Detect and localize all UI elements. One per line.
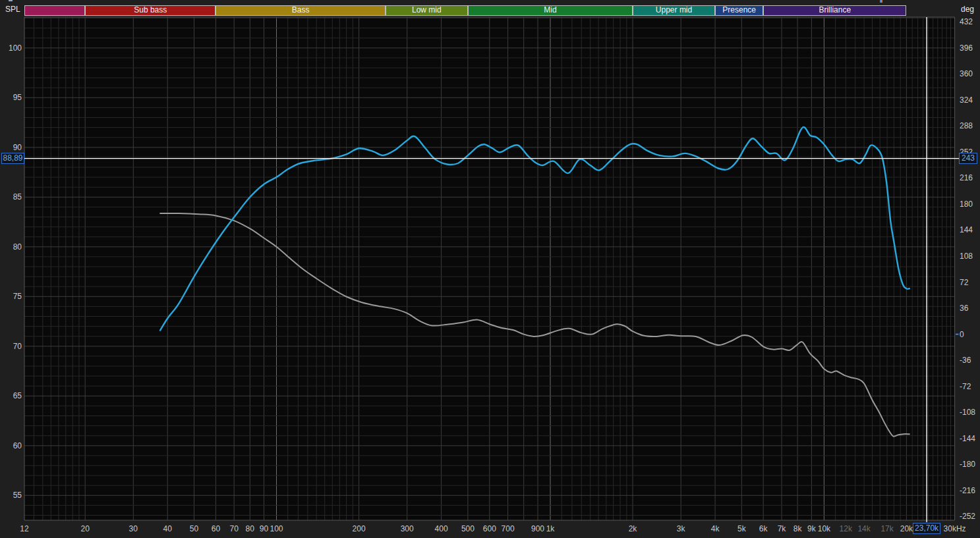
freq-tick-label: 4k xyxy=(711,524,720,534)
spl-tick-label: 95 xyxy=(0,92,22,103)
freq-tick-label: 20 xyxy=(81,524,90,534)
deg-tick-label: -144 xyxy=(960,433,975,444)
analyzer-window: SPL deg Sub bassBassLow midMidUpper midP… xyxy=(0,0,980,538)
freq-tick-label: 200 xyxy=(353,524,366,534)
spl-tick-label: 70 xyxy=(0,341,22,352)
spl-tick-label: 80 xyxy=(0,242,22,252)
freq-tick-label: 40 xyxy=(163,524,172,534)
deg-tick-label: 396 xyxy=(960,43,973,53)
freq-tick-label: 300 xyxy=(401,524,414,534)
deg-tick-label: -108 xyxy=(960,407,975,417)
freq-tick-label: 7k xyxy=(778,524,786,534)
freq-tick-label: 500 xyxy=(461,524,475,534)
freq-tick-label: 30 xyxy=(129,524,138,534)
deg-tick-label: 216 xyxy=(960,173,973,183)
freq-tick-label: 5k xyxy=(737,524,746,534)
deg-tick-label: 288 xyxy=(960,121,973,131)
screen-edge-artifact xyxy=(9,0,13,1)
deg-tick-label: 432 xyxy=(960,16,973,27)
freq-tick-label: 80 xyxy=(246,524,254,534)
freq-tick-label: 3k xyxy=(677,524,685,534)
deg-tick-label: 72 xyxy=(960,277,968,288)
deg-tick-label: 36 xyxy=(960,303,968,313)
deg-tick-label: -72 xyxy=(960,381,971,392)
deg-tick-label: -216 xyxy=(960,485,975,496)
freq-tick-label: 1k xyxy=(546,524,555,534)
freq-tick-label: 20k xyxy=(900,524,913,534)
freq-tick-label: 70 xyxy=(230,524,239,534)
plot-area[interactable] xyxy=(0,0,980,538)
spl-tick-label: 65 xyxy=(0,390,22,401)
cursor-deg-readout[interactable]: 243 xyxy=(959,153,977,164)
deg-tick-label: -180 xyxy=(960,459,975,470)
spl-tick-label: 85 xyxy=(0,192,22,202)
deg-tick-label: 0 xyxy=(960,329,964,340)
spl-tick-label: 75 xyxy=(0,291,22,302)
freq-tick-label: 9k xyxy=(807,524,816,534)
freq-tick-label: 600 xyxy=(483,524,496,534)
freq-tick-label: 700 xyxy=(502,524,515,534)
freq-tick-label: 17k xyxy=(880,524,893,534)
freq-tick-label: 14k xyxy=(857,524,870,534)
deg-tick-label: 324 xyxy=(960,95,973,105)
freq-tick-label: 50 xyxy=(190,524,198,534)
deg-tick-label: 144 xyxy=(960,225,973,235)
deg-tick-label: 180 xyxy=(960,199,973,209)
deg-tick-label: 360 xyxy=(960,68,973,79)
deg-tick-label: -36 xyxy=(960,355,971,365)
freq-tick-label: 400 xyxy=(435,524,448,534)
freq-tick-label: 100 xyxy=(270,524,283,534)
freq-tick-label: 6k xyxy=(759,524,768,534)
spl-tick-label: 90 xyxy=(0,142,22,153)
spl-tick-label: 60 xyxy=(0,441,22,451)
freq-tick-label: 2k xyxy=(629,524,637,534)
freq-tick-label: 900 xyxy=(531,524,544,534)
freq-tick-label: 30kHz xyxy=(944,524,966,534)
deg-tick-label: -252 xyxy=(960,511,975,522)
spl-tick-label: 55 xyxy=(0,490,22,500)
freq-tick-label: 8k xyxy=(793,524,802,534)
spl-tick-label: 100 xyxy=(0,43,22,53)
deg-tick-label: 108 xyxy=(960,251,973,261)
freq-tick-label: 12 xyxy=(20,524,28,534)
screen-edge-artifact xyxy=(881,0,882,3)
freq-tick-label: 60 xyxy=(212,524,220,534)
freq-tick-label: 10k xyxy=(818,524,830,534)
freq-tick-label: 12k xyxy=(840,524,852,534)
cursor-freq-readout[interactable]: 23,70k xyxy=(913,523,940,534)
freq-tick-label: 90 xyxy=(260,524,268,534)
cursor-spl-readout[interactable]: 88,89 xyxy=(1,153,24,164)
